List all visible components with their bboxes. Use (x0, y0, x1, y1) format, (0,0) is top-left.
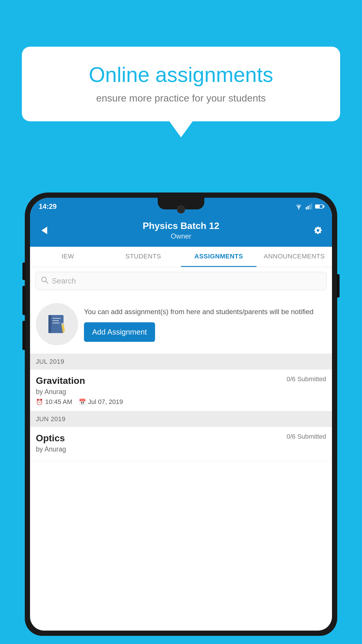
header-title: Physics Batch 12 (143, 220, 219, 231)
phone-wrapper: 14:29 (25, 192, 337, 644)
assignment-time-gravitation: 10:45 AM (45, 398, 72, 406)
assignment-name-gravitation: Gravitation (36, 375, 85, 386)
svg-line-6 (46, 281, 48, 283)
phone-volume-down-button (22, 321, 25, 350)
section-header-jul: JUL 2019 (30, 354, 332, 370)
assignment-date-gravitation: Jul 07, 2019 (88, 398, 123, 406)
assignment-item-top-optics: Optics 0/6 Submitted (36, 433, 326, 444)
assignment-promo: You can add assignment(s) from here and … (30, 295, 332, 354)
settings-button[interactable] (310, 223, 325, 238)
assignment-by-optics: by Anurag (36, 445, 326, 453)
back-arrow-icon (41, 227, 47, 234)
promo-text: You can add assignment(s) from here and … (84, 307, 326, 317)
svg-rect-3 (309, 205, 310, 209)
calendar-icon: 📅 (79, 398, 86, 405)
svg-rect-8 (48, 315, 51, 333)
tab-assignments[interactable]: ASSIGNMENTS (181, 247, 256, 267)
svg-rect-4 (311, 204, 312, 209)
assignment-item-top: Gravitation 0/6 Submitted (36, 375, 326, 386)
promo-icon-circle (36, 303, 78, 345)
phone-mute-button (22, 262, 25, 280)
battery-icon (315, 204, 323, 209)
promo-content: You can add assignment(s) from here and … (84, 307, 326, 342)
wifi-icon (295, 204, 303, 209)
tabs-container: IEW STUDENTS ASSIGNMENTS ANNOUNCEMENTS (30, 247, 332, 267)
phone-notch (158, 198, 204, 209)
speech-bubble: Online assignments ensure more practice … (22, 47, 340, 121)
svg-rect-1 (306, 207, 307, 209)
phone-camera (177, 205, 185, 214)
assignment-name-optics: Optics (36, 433, 65, 444)
assignment-by-gravitation: by Anurag (36, 388, 326, 396)
notebook-icon (45, 313, 69, 336)
section-header-jun: JUN 2019 (30, 411, 332, 427)
assignment-meta-gravitation: ⏰ 10:45 AM 📅 Jul 07, 2019 (36, 398, 326, 406)
svg-rect-9 (52, 318, 61, 319)
phone-outer: 14:29 (25, 192, 337, 636)
phone-screen: 14:29 (30, 198, 332, 631)
app-header: Physics Batch 12 Owner (30, 215, 332, 247)
status-icons (295, 204, 323, 209)
svg-point-0 (298, 208, 299, 209)
search-icon (41, 276, 48, 286)
tab-iew[interactable]: IEW (30, 247, 106, 267)
add-assignment-button[interactable]: Add Assignment (84, 322, 155, 342)
assignment-submitted-gravitation: 0/6 Submitted (287, 375, 326, 383)
meta-date-gravitation: 📅 Jul 07, 2019 (79, 398, 123, 406)
svg-rect-10 (52, 320, 59, 321)
svg-rect-2 (307, 206, 309, 209)
search-bar[interactable]: Search (35, 272, 327, 290)
status-time: 14:29 (39, 202, 57, 211)
speech-bubble-subtitle: ensure more practice for your students (39, 92, 323, 104)
tab-students[interactable]: STUDENTS (106, 247, 181, 267)
assignment-item-optics[interactable]: Optics 0/6 Submitted by Anurag (30, 427, 332, 461)
assignment-item-gravitation[interactable]: Gravitation 0/6 Submitted by Anurag ⏰ 10… (30, 370, 332, 411)
header-title-group: Physics Batch 12 Owner (143, 220, 219, 240)
svg-rect-11 (52, 323, 60, 323)
speech-bubble-container: Online assignments ensure more practice … (22, 47, 340, 137)
search-container: Search (30, 267, 332, 295)
gear-icon (312, 225, 323, 236)
phone-volume-up-button (22, 286, 25, 315)
assignment-submitted-optics: 0/6 Submitted (287, 433, 326, 440)
phone-power-button (337, 274, 340, 298)
signal-icon (306, 204, 312, 209)
speech-bubble-arrow (169, 121, 193, 137)
meta-time-gravitation: ⏰ 10:45 AM (36, 398, 72, 406)
search-placeholder: Search (52, 276, 76, 286)
back-button[interactable] (37, 223, 52, 238)
clock-icon: ⏰ (36, 398, 43, 405)
speech-bubble-title: Online assignments (39, 63, 323, 87)
tab-announcements[interactable]: ANNOUNCEMENTS (256, 247, 332, 267)
header-subtitle: Owner (143, 232, 219, 240)
